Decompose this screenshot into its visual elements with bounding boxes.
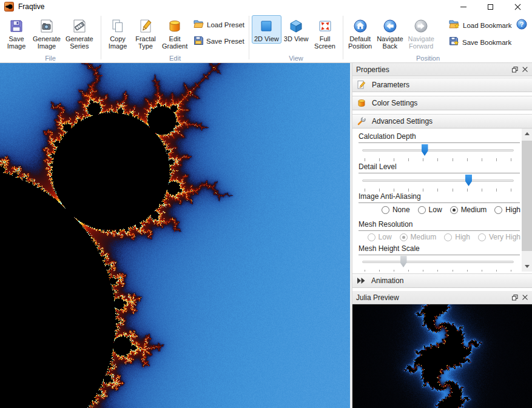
mesh-height-scale-slider bbox=[362, 256, 514, 268]
properties-close-button[interactable] bbox=[520, 65, 530, 75]
section-advanced-settings[interactable]: Advanced Settings bbox=[352, 114, 532, 129]
maximize-button[interactable] bbox=[477, 0, 504, 13]
button-label: Copy Image bbox=[109, 35, 127, 50]
julia-float-button[interactable] bbox=[510, 293, 520, 303]
toolbar-ribbon: Save Image Generate Image Generate Serie… bbox=[0, 13, 532, 63]
slider-groove bbox=[362, 261, 514, 263]
button-label: Generate Series bbox=[66, 35, 93, 50]
anti-aliasing-radio-group: None Low Medium High bbox=[382, 206, 520, 214]
radio-circle bbox=[418, 206, 426, 214]
animation-icon bbox=[357, 276, 366, 285]
slider-ticks bbox=[365, 158, 511, 161]
scroll-up-button[interactable] bbox=[522, 129, 532, 139]
arrow-up-icon bbox=[525, 132, 530, 135]
calculation-depth-slider[interactable] bbox=[362, 144, 514, 156]
scrollbar-thumb[interactable] bbox=[522, 141, 532, 251]
radio-circle bbox=[494, 206, 502, 214]
mesh-height-scale-label: Mesh Height Scale bbox=[359, 244, 520, 255]
close-button[interactable] bbox=[504, 0, 531, 13]
button-label: 3D View bbox=[284, 35, 309, 42]
full-screen-button[interactable]: Full Screen bbox=[311, 15, 339, 51]
help-icon: ? bbox=[516, 19, 527, 30]
save-preset-icon bbox=[194, 36, 203, 47]
generate-image-button[interactable]: Generate Image bbox=[30, 15, 63, 51]
slider-ticks bbox=[365, 189, 511, 192]
default-position-button[interactable]: Default Position bbox=[346, 15, 374, 51]
advanced-settings-content: Calculation Depth Detail Level Image Ant… bbox=[352, 129, 522, 272]
copy-image-button[interactable]: Copy Image bbox=[104, 15, 132, 51]
mesh-resolution-radio-group: Low Medium High Very High bbox=[368, 233, 520, 241]
edit-gradient-button[interactable]: Edit Gradient bbox=[160, 15, 190, 51]
view-3d-button[interactable]: 3D View bbox=[281, 15, 311, 44]
slider-handle bbox=[400, 256, 407, 267]
properties-scrollbar[interactable] bbox=[522, 129, 532, 272]
fractal-type-icon bbox=[138, 17, 153, 35]
slider-handle[interactable] bbox=[465, 175, 472, 186]
load-bookmark-button[interactable]: Load Bookmark bbox=[449, 19, 512, 31]
save-image-button[interactable]: Save Image bbox=[2, 15, 30, 51]
radio-circle bbox=[368, 233, 375, 241]
radio-medium[interactable]: Medium bbox=[450, 206, 487, 214]
button-label: Fractal Type bbox=[135, 35, 156, 50]
radio-low: Low bbox=[368, 233, 392, 241]
generate-series-icon bbox=[72, 17, 87, 35]
navigate-forward-icon bbox=[413, 17, 429, 35]
slider-ticks bbox=[365, 270, 511, 272]
navigate-back-button[interactable]: Navigate Back bbox=[374, 15, 405, 51]
fractal-type-button[interactable]: Fractal Type bbox=[132, 15, 160, 51]
minimize-button[interactable] bbox=[450, 0, 477, 13]
section-label: Parameters bbox=[372, 81, 409, 89]
slider-groove[interactable] bbox=[362, 149, 514, 152]
button-label: 2D View bbox=[254, 35, 279, 42]
ribbon-group-edit: Copy Image Fractal Type Edit Gradient bbox=[101, 13, 249, 62]
button-label: Load Bookmark bbox=[463, 22, 512, 29]
button-label: Navigate Back bbox=[377, 35, 403, 50]
radio-none[interactable]: None bbox=[382, 206, 410, 214]
parameters-icon bbox=[357, 80, 366, 90]
title-bar[interactable]: Fraqtive bbox=[0, 0, 532, 13]
save-bookmark-icon bbox=[449, 36, 459, 48]
save-image-icon bbox=[8, 17, 24, 35]
properties-panel-title: Properties bbox=[356, 65, 389, 74]
scroll-down-button[interactable] bbox=[522, 261, 532, 272]
detail-level-slider[interactable] bbox=[362, 175, 514, 187]
close-icon bbox=[514, 4, 521, 10]
close-icon bbox=[522, 295, 528, 300]
radio-high[interactable]: High bbox=[494, 206, 520, 214]
save-bookmark-button[interactable]: Save Bookmark bbox=[449, 36, 512, 48]
window-title: Fraqtive bbox=[18, 2, 44, 11]
radio-label: Low bbox=[379, 233, 392, 241]
slider-handle[interactable] bbox=[422, 144, 428, 156]
radio-label: Medium bbox=[411, 233, 437, 241]
mesh-resolution-label: Mesh Resolution bbox=[359, 220, 520, 231]
ribbon-group-label: Position bbox=[343, 55, 513, 62]
minimize-icon bbox=[460, 7, 466, 7]
dock-panel: Properties Parameters Color Settings Adv… bbox=[352, 63, 532, 408]
radio-very-high: Very High bbox=[478, 233, 520, 241]
radio-label: Medium bbox=[461, 206, 487, 214]
float-icon bbox=[512, 295, 518, 301]
float-icon bbox=[512, 67, 518, 73]
slider-groove[interactable] bbox=[362, 179, 514, 182]
julia-preview-view[interactable] bbox=[352, 304, 532, 408]
image-anti-aliasing-label: Image Anti-Aliasing bbox=[359, 192, 520, 203]
button-label: Generate Image bbox=[33, 35, 61, 50]
fractal-2d-view[interactable] bbox=[0, 63, 350, 408]
section-parameters[interactable]: Parameters bbox=[352, 78, 532, 92]
section-color-settings[interactable]: Color Settings bbox=[352, 96, 532, 110]
section-label: Animation bbox=[371, 276, 403, 285]
generate-series-button[interactable]: Generate Series bbox=[63, 15, 96, 51]
julia-close-button[interactable] bbox=[520, 293, 530, 303]
calculation-depth-label: Calculation Depth bbox=[359, 132, 520, 143]
button-label: Save Bookmark bbox=[462, 39, 511, 46]
load-preset-button[interactable]: Load Preset bbox=[194, 19, 244, 30]
help-button[interactable]: ? bbox=[516, 19, 527, 30]
section-animation[interactable]: Animation bbox=[352, 273, 532, 288]
view-2d-button[interactable]: 2D View bbox=[252, 15, 281, 44]
fraqtive-window: Fraqtive Save Image Generate Image bbox=[0, 0, 532, 408]
properties-float-button[interactable] bbox=[510, 65, 520, 75]
save-preset-button[interactable]: Save Preset bbox=[194, 36, 244, 47]
radio-low[interactable]: Low bbox=[418, 206, 442, 214]
section-label: Advanced Settings bbox=[372, 117, 433, 125]
section-label: Color Settings bbox=[372, 99, 417, 107]
